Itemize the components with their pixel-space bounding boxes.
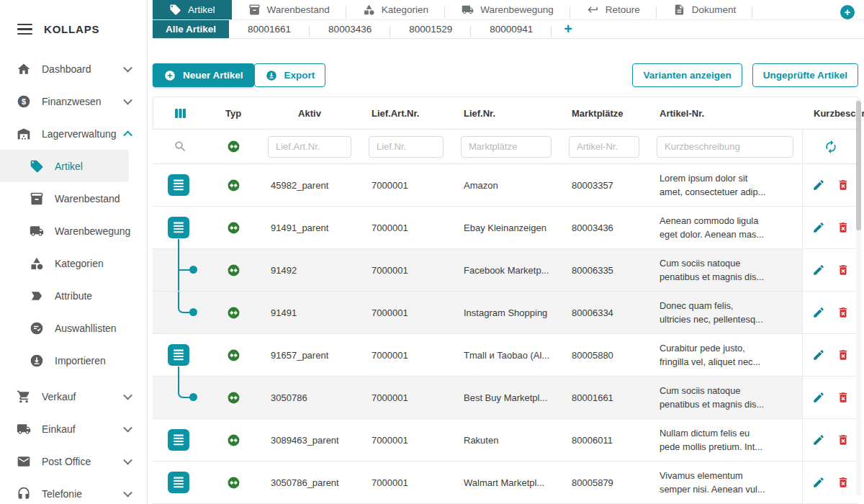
column-header[interactable]: Aktiv	[259, 97, 360, 129]
unverified-articles-button[interactable]: Ungeprüfte Artikel	[752, 63, 858, 87]
export-button[interactable]: Export	[254, 63, 326, 87]
sidebar-item-icon	[30, 224, 44, 238]
article-list-icon[interactable]	[168, 174, 189, 196]
sidebar-item-label: Attribute	[55, 290, 92, 302]
sidebar-item[interactable]: Einkauf	[0, 413, 147, 445]
filter-lief-nr-input[interactable]	[369, 136, 444, 158]
column-header[interactable]: Artikel-Nr.	[648, 97, 802, 129]
scrollbar-thumb[interactable]	[856, 101, 861, 230]
add-module-tab-button[interactable]: +	[840, 5, 855, 19]
active-status-icon[interactable]	[227, 348, 240, 362]
aktiv-cell	[207, 207, 259, 248]
typ-cell	[153, 207, 207, 248]
typ-cell	[153, 292, 207, 333]
delete-icon[interactable]	[837, 433, 850, 446]
delete-icon[interactable]	[837, 179, 850, 192]
delete-icon[interactable]	[837, 264, 850, 276]
delete-icon[interactable]	[837, 391, 850, 404]
filter-kurzbeschreibung-input[interactable]	[657, 136, 793, 158]
article-tab[interactable]: 80003436	[310, 20, 390, 38]
column-header[interactable]: Kurzbeschreibung	[802, 97, 858, 129]
delete-icon[interactable]	[837, 348, 850, 361]
typ-cell	[153, 377, 207, 418]
new-article-button[interactable]: Neuer Artikel	[153, 63, 254, 87]
sidebar-item[interactable]: Artikel	[0, 150, 129, 182]
tree-node-dot	[189, 393, 197, 401]
active-status-icon[interactable]	[227, 264, 240, 277]
sidebar-item[interactable]: Telefonie	[0, 477, 147, 504]
module-tab[interactable]: Warenbewegung	[445, 0, 570, 19]
sidebar-item[interactable]: Importieren	[0, 344, 147, 377]
article-tab[interactable]: 80001529	[390, 20, 471, 38]
module-tabbar: Artikel Warenbestand Kategorien Warenbew…	[153, 0, 864, 20]
columns-icon[interactable]	[173, 106, 188, 121]
delete-icon[interactable]	[837, 306, 850, 319]
edit-icon[interactable]	[812, 348, 825, 361]
article-list-icon[interactable]	[168, 472, 189, 493]
module-tab[interactable]: Retoure	[570, 0, 657, 19]
sidebar-item[interactable]: Finanzwesen	[0, 85, 147, 117]
module-tab[interactable]: Warenbestand	[232, 0, 346, 19]
delete-icon[interactable]	[837, 476, 850, 489]
typ-cell	[153, 419, 207, 461]
active-status-icon[interactable]	[227, 179, 240, 192]
row-actions-cell	[802, 334, 858, 376]
add-article-tab-button[interactable]: +	[552, 20, 585, 38]
artikel-nr-cell: 80003357	[560, 164, 648, 206]
article-tab[interactable]: 80001661	[229, 20, 310, 38]
column-header[interactable]: Typ	[207, 97, 259, 129]
article-list-icon[interactable]	[168, 344, 189, 366]
show-variants-button[interactable]: Varianten anzeigen	[632, 63, 742, 87]
artikel-nr-cell: 80006334	[560, 292, 648, 333]
sidebar-item-icon	[30, 321, 44, 336]
sidebar-item[interactable]: Verkauf	[0, 380, 147, 413]
sidebar-item[interactable]: Auswahllisten	[0, 312, 147, 344]
article-list-icon[interactable]	[168, 429, 189, 451]
article-tab[interactable]: 80000941	[471, 20, 552, 38]
lief-nr-cell: 7000001	[360, 249, 452, 291]
delete-icon[interactable]	[837, 221, 850, 234]
edit-icon[interactable]	[812, 264, 825, 276]
edit-icon[interactable]	[812, 306, 825, 319]
article-tab[interactable]: Alle Artikel	[153, 20, 229, 38]
active-status-icon[interactable]	[227, 433, 240, 447]
module-tab[interactable]: Artikel	[153, 0, 232, 19]
sidebar-item[interactable]: Lagerverwaltung	[0, 117, 147, 150]
module-tab[interactable]: Dokument	[657, 0, 753, 19]
active-status-icon[interactable]	[227, 391, 240, 405]
sidebar-item[interactable]: Post Office	[0, 445, 147, 477]
sidebar: KOLLAPS Dashboard Finanzwesen Lagerverwa…	[0, 0, 148, 504]
search-icon[interactable]	[174, 140, 187, 153]
edit-icon[interactable]	[812, 476, 825, 489]
scrollbar-track[interactable]	[856, 98, 861, 495]
sidebar-item[interactable]: Warenbewegung	[0, 215, 147, 247]
marktplatz-cell: Tmall и Taobao (Al...	[452, 334, 560, 376]
column-header[interactable]: Lief.Art.Nr.	[360, 97, 452, 129]
tree-elbow	[178, 377, 190, 398]
refresh-icon[interactable]	[824, 140, 838, 154]
active-status-icon[interactable]	[227, 306, 240, 320]
edit-icon[interactable]	[812, 433, 825, 446]
sidebar-item[interactable]: Dashboard	[0, 53, 147, 85]
filter-lief-art-nr-input[interactable]	[268, 136, 351, 158]
filter-artikel-nr-input[interactable]	[569, 136, 639, 158]
plus-circle-icon	[163, 69, 176, 82]
marktplatz-cell: Walmart Marketpl...	[452, 462, 560, 503]
active-status-icon[interactable]	[227, 476, 240, 490]
filter-marktplaetze-input[interactable]	[461, 136, 552, 158]
edit-icon[interactable]	[812, 391, 825, 404]
active-status-icon[interactable]	[227, 221, 240, 235]
menu-icon[interactable]	[17, 24, 32, 35]
sidebar-item[interactable]: Kategorien	[0, 247, 147, 279]
edit-icon[interactable]	[812, 179, 825, 192]
article-list-icon[interactable]	[168, 217, 189, 238]
column-header[interactable]: Lief.Nr.	[452, 97, 560, 129]
edit-icon[interactable]	[812, 221, 825, 234]
table-row: 3089463_parent 7000001 Rakuten 80006011 …	[153, 419, 858, 462]
kurzbeschreibung-cell: Curabitur pede justo, fringilla vel, ali…	[648, 334, 802, 376]
sidebar-item[interactable]: Attribute	[0, 279, 147, 312]
module-tab[interactable]: Kategorien	[346, 0, 445, 19]
column-header[interactable]: Marktplätze	[560, 97, 648, 129]
sidebar-item[interactable]: Warenbestand	[0, 182, 147, 215]
active-filter-icon[interactable]	[227, 140, 240, 153]
